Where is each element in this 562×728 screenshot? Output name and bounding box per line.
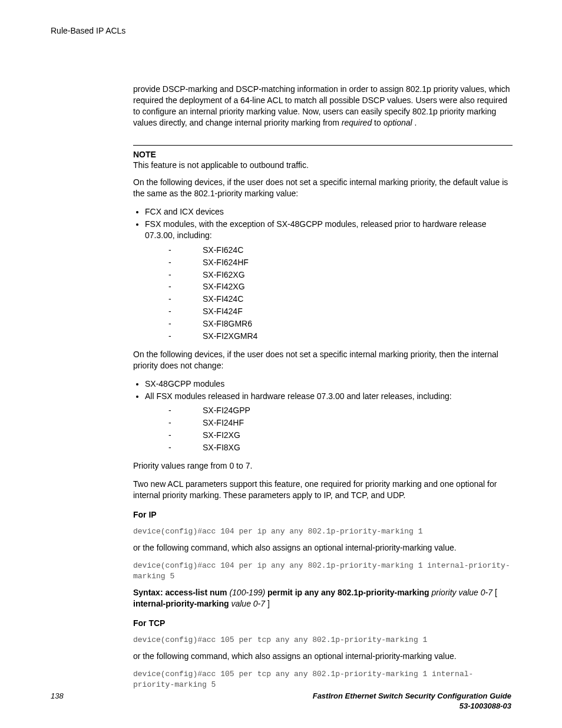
list-item: -SX-FI24GPP xyxy=(168,405,513,416)
running-header: Rule-Based IP ACLs xyxy=(51,26,125,35)
doc-title: FastIron Ethernet Switch Security Config… xyxy=(313,691,511,701)
dash-icon: - xyxy=(168,294,203,305)
content-area: provide DSCP-marking and DSCP-matching i… xyxy=(133,84,513,696)
list-item: -SX-FI24HF xyxy=(168,417,513,429)
note-rule xyxy=(133,145,513,146)
dash-icon: - xyxy=(168,281,203,292)
two-new-params-para: Two new ACL parameters support this feat… xyxy=(133,479,513,501)
list-item-label: SX-FI8GMR6 xyxy=(203,319,252,328)
syntax-ip: Syntax: access-list num (100-199) permit… xyxy=(133,587,513,610)
note-text: This feature is not applicable to outbou… xyxy=(133,160,513,171)
bullet-item: FSX modules, with the exception of SX-48… xyxy=(145,219,513,342)
intro-text-1: provide DSCP-marking and DSCP-matching i… xyxy=(133,84,510,127)
list-item: -SX-FI42XG xyxy=(168,281,513,292)
devices-default-para: On the following devices, if the user do… xyxy=(133,177,513,199)
syntax-italic-1: (100-199) xyxy=(229,588,265,597)
bullet-item-text: All FSX modules released in hardware rel… xyxy=(145,391,452,401)
dash-icon: - xyxy=(168,269,203,281)
dash-icon: - xyxy=(168,245,203,256)
dash-icon: - xyxy=(168,318,203,330)
list-item-label: SX-FI42XG xyxy=(203,282,245,291)
intro-paragraph: provide DSCP-marking and DSCP-matching i… xyxy=(133,84,513,129)
dash-icon: - xyxy=(168,306,203,317)
list-item: -SX-FI2XG xyxy=(168,430,513,441)
or-follow-para-tcp: or the following command, which also ass… xyxy=(133,651,513,662)
for-tcp-heading: For TCP xyxy=(133,618,513,629)
dash-list-2: -SX-FI24GPP -SX-FI24HF -SX-FI2XG -SX-FI8… xyxy=(168,405,513,453)
bullet-item: SX-48GCPP modules xyxy=(145,378,513,390)
intro-em-optional: ptional xyxy=(388,118,412,127)
syntax-italic-3: value 0-7 xyxy=(231,599,265,608)
intro-em-required: required xyxy=(342,118,372,127)
syntax-text-bracket-close: ] xyxy=(265,599,270,608)
code-tcp-1: device(config)#acc 105 per tcp any any 8… xyxy=(133,635,513,645)
doc-title-block: FastIron Ethernet Switch Security Config… xyxy=(313,691,511,711)
bullet-item-text: FSX modules, with the exception of SX-48… xyxy=(145,219,486,240)
dash-icon: - xyxy=(168,430,203,441)
dash-list-1: -SX-FI624C -SX-FI624HF -SX-FI62XG -SX-FI… xyxy=(168,245,513,342)
list-item: -SX-FI8GMR6 xyxy=(168,318,513,330)
syntax-bold-2: permit ip any any 802.1p-priority-markin… xyxy=(265,588,431,597)
code-tcp-2: device(config)#acc 105 per tcp any any 8… xyxy=(133,669,513,690)
dash-icon: - xyxy=(168,257,203,268)
list-item-label: SX-FI2XG xyxy=(203,430,240,440)
footer: 138 FastIron Ethernet Switch Security Co… xyxy=(51,691,511,715)
list-item-label: SX-FI24GPP xyxy=(203,406,250,415)
page: Rule-Based IP ACLs provide DSCP-marking … xyxy=(0,0,562,728)
list-item: -SX-FI2XGMR4 xyxy=(168,331,513,342)
list-item: -SX-FI8XG xyxy=(168,442,513,453)
dash-icon: - xyxy=(168,442,203,453)
syntax-bold-3: internal-priority-marking xyxy=(133,599,231,608)
list-item: -SX-FI624C xyxy=(168,245,513,256)
priority-range-para: Priority values range from 0 to 7. xyxy=(133,460,513,472)
list-item: -SX-FI424C xyxy=(168,294,513,305)
intro-text-mid: to o xyxy=(372,118,388,127)
devices-nochange-para: On the following devices, if the user do… xyxy=(133,349,513,371)
dash-icon: - xyxy=(168,331,203,342)
list-item-label: SX-FI624C xyxy=(203,245,243,255)
list-item: -SX-FI62XG xyxy=(168,269,513,281)
list-item-label: SX-FI424C xyxy=(203,294,243,304)
syntax-italic-2: priority value 0-7 xyxy=(432,588,493,597)
syntax-bold-1: Syntax: access-list num xyxy=(133,588,229,597)
list-item-label: SX-FI8XG xyxy=(203,443,240,452)
list-item: -SX-FI624HF xyxy=(168,257,513,268)
page-number: 138 xyxy=(51,691,64,700)
dash-icon: - xyxy=(168,417,203,429)
syntax-text-bracket-open: [ xyxy=(492,588,497,597)
or-follow-para-ip: or the following command, which also ass… xyxy=(133,542,513,554)
list-item-label: SX-FI62XG xyxy=(203,270,245,279)
code-ip-2: device(config)#acc 104 per ip any any 80… xyxy=(133,561,513,581)
list-item-label: SX-FI2XGMR4 xyxy=(203,331,257,341)
list-item: -SX-FI424F xyxy=(168,306,513,317)
list-item-label: SX-FI624HF xyxy=(203,258,249,267)
dash-icon: - xyxy=(168,405,203,416)
note-label: NOTE xyxy=(133,149,513,160)
code-ip-1: device(config)#acc 104 per ip any any 80… xyxy=(133,526,513,537)
bullet-item: All FSX modules released in hardware rel… xyxy=(145,391,513,453)
list-item-label: SX-FI424F xyxy=(203,307,243,316)
bullets-1: FCX and ICX devices FSX modules, with th… xyxy=(133,206,513,342)
bullet-item: FCX and ICX devices xyxy=(145,206,513,218)
list-item-label: SX-FI24HF xyxy=(203,418,244,427)
doc-id: 53-1003088-03 xyxy=(313,701,511,711)
bullets-2: SX-48GCPP modules All FSX modules releas… xyxy=(133,378,513,453)
intro-text-end: . xyxy=(412,118,417,127)
for-ip-heading: For IP xyxy=(133,509,513,521)
